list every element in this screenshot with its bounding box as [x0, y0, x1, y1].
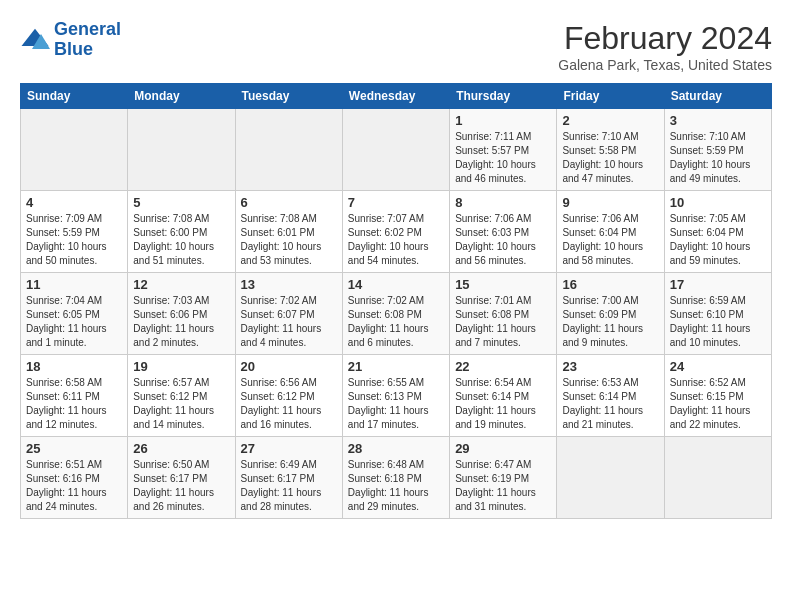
day-number: 28: [348, 441, 444, 456]
weekday-header: Wednesday: [342, 84, 449, 109]
calendar-week: 11Sunrise: 7:04 AM Sunset: 6:05 PM Dayli…: [21, 273, 772, 355]
calendar-day: 17Sunrise: 6:59 AM Sunset: 6:10 PM Dayli…: [664, 273, 771, 355]
calendar-week: 4Sunrise: 7:09 AM Sunset: 5:59 PM Daylig…: [21, 191, 772, 273]
day-info: Sunrise: 7:06 AM Sunset: 6:04 PM Dayligh…: [562, 212, 658, 268]
day-info: Sunrise: 6:57 AM Sunset: 6:12 PM Dayligh…: [133, 376, 229, 432]
calendar-day: 13Sunrise: 7:02 AM Sunset: 6:07 PM Dayli…: [235, 273, 342, 355]
day-number: 9: [562, 195, 658, 210]
day-number: 10: [670, 195, 766, 210]
day-number: 22: [455, 359, 551, 374]
day-info: Sunrise: 7:10 AM Sunset: 5:58 PM Dayligh…: [562, 130, 658, 186]
calendar-day: 21Sunrise: 6:55 AM Sunset: 6:13 PM Dayli…: [342, 355, 449, 437]
calendar-day: 29Sunrise: 6:47 AM Sunset: 6:19 PM Dayli…: [450, 437, 557, 519]
logo-blue: Blue: [54, 40, 121, 60]
weekday-header: Tuesday: [235, 84, 342, 109]
day-info: Sunrise: 6:51 AM Sunset: 6:16 PM Dayligh…: [26, 458, 122, 514]
calendar-day: 5Sunrise: 7:08 AM Sunset: 6:00 PM Daylig…: [128, 191, 235, 273]
calendar-week: 25Sunrise: 6:51 AM Sunset: 6:16 PM Dayli…: [21, 437, 772, 519]
calendar-table: SundayMondayTuesdayWednesdayThursdayFrid…: [20, 83, 772, 519]
calendar-day: 22Sunrise: 6:54 AM Sunset: 6:14 PM Dayli…: [450, 355, 557, 437]
calendar-day: 12Sunrise: 7:03 AM Sunset: 6:06 PM Dayli…: [128, 273, 235, 355]
day-info: Sunrise: 6:54 AM Sunset: 6:14 PM Dayligh…: [455, 376, 551, 432]
day-info: Sunrise: 7:11 AM Sunset: 5:57 PM Dayligh…: [455, 130, 551, 186]
calendar-day: 24Sunrise: 6:52 AM Sunset: 6:15 PM Dayli…: [664, 355, 771, 437]
day-info: Sunrise: 6:55 AM Sunset: 6:13 PM Dayligh…: [348, 376, 444, 432]
day-number: 6: [241, 195, 337, 210]
day-number: 21: [348, 359, 444, 374]
calendar-header: SundayMondayTuesdayWednesdayThursdayFrid…: [21, 84, 772, 109]
calendar-day: 15Sunrise: 7:01 AM Sunset: 6:08 PM Dayli…: [450, 273, 557, 355]
day-info: Sunrise: 7:07 AM Sunset: 6:02 PM Dayligh…: [348, 212, 444, 268]
logo-icon: [20, 25, 50, 55]
day-info: Sunrise: 7:01 AM Sunset: 6:08 PM Dayligh…: [455, 294, 551, 350]
calendar-day: 4Sunrise: 7:09 AM Sunset: 5:59 PM Daylig…: [21, 191, 128, 273]
calendar-day: 20Sunrise: 6:56 AM Sunset: 6:12 PM Dayli…: [235, 355, 342, 437]
day-info: Sunrise: 7:06 AM Sunset: 6:03 PM Dayligh…: [455, 212, 551, 268]
weekday-header: Saturday: [664, 84, 771, 109]
day-number: 7: [348, 195, 444, 210]
calendar-day: 23Sunrise: 6:53 AM Sunset: 6:14 PM Dayli…: [557, 355, 664, 437]
calendar-day: 19Sunrise: 6:57 AM Sunset: 6:12 PM Dayli…: [128, 355, 235, 437]
day-info: Sunrise: 6:59 AM Sunset: 6:10 PM Dayligh…: [670, 294, 766, 350]
calendar-day: [342, 109, 449, 191]
day-info: Sunrise: 6:56 AM Sunset: 6:12 PM Dayligh…: [241, 376, 337, 432]
calendar-day: 10Sunrise: 7:05 AM Sunset: 6:04 PM Dayli…: [664, 191, 771, 273]
day-info: Sunrise: 7:09 AM Sunset: 5:59 PM Dayligh…: [26, 212, 122, 268]
day-number: 11: [26, 277, 122, 292]
calendar-day: 9Sunrise: 7:06 AM Sunset: 6:04 PM Daylig…: [557, 191, 664, 273]
calendar-day: 28Sunrise: 6:48 AM Sunset: 6:18 PM Dayli…: [342, 437, 449, 519]
day-info: Sunrise: 6:53 AM Sunset: 6:14 PM Dayligh…: [562, 376, 658, 432]
day-info: Sunrise: 6:49 AM Sunset: 6:17 PM Dayligh…: [241, 458, 337, 514]
weekday-header: Sunday: [21, 84, 128, 109]
day-info: Sunrise: 7:10 AM Sunset: 5:59 PM Dayligh…: [670, 130, 766, 186]
logo: General Blue: [20, 20, 121, 60]
day-info: Sunrise: 6:47 AM Sunset: 6:19 PM Dayligh…: [455, 458, 551, 514]
calendar-day: [128, 109, 235, 191]
day-number: 16: [562, 277, 658, 292]
title-section: February 2024 Galena Park, Texas, United…: [558, 20, 772, 73]
day-info: Sunrise: 7:02 AM Sunset: 6:08 PM Dayligh…: [348, 294, 444, 350]
day-number: 17: [670, 277, 766, 292]
day-number: 13: [241, 277, 337, 292]
day-info: Sunrise: 7:04 AM Sunset: 6:05 PM Dayligh…: [26, 294, 122, 350]
day-info: Sunrise: 7:05 AM Sunset: 6:04 PM Dayligh…: [670, 212, 766, 268]
day-info: Sunrise: 7:03 AM Sunset: 6:06 PM Dayligh…: [133, 294, 229, 350]
day-info: Sunrise: 6:58 AM Sunset: 6:11 PM Dayligh…: [26, 376, 122, 432]
day-info: Sunrise: 7:02 AM Sunset: 6:07 PM Dayligh…: [241, 294, 337, 350]
day-number: 14: [348, 277, 444, 292]
day-number: 18: [26, 359, 122, 374]
day-info: Sunrise: 7:08 AM Sunset: 6:01 PM Dayligh…: [241, 212, 337, 268]
calendar-day: 27Sunrise: 6:49 AM Sunset: 6:17 PM Dayli…: [235, 437, 342, 519]
calendar-day: [557, 437, 664, 519]
day-number: 19: [133, 359, 229, 374]
logo-general: General: [54, 20, 121, 40]
day-number: 26: [133, 441, 229, 456]
day-number: 23: [562, 359, 658, 374]
calendar-day: 16Sunrise: 7:00 AM Sunset: 6:09 PM Dayli…: [557, 273, 664, 355]
day-info: Sunrise: 7:08 AM Sunset: 6:00 PM Dayligh…: [133, 212, 229, 268]
weekday-header: Friday: [557, 84, 664, 109]
page-title: February 2024: [558, 20, 772, 57]
calendar-day: 11Sunrise: 7:04 AM Sunset: 6:05 PM Dayli…: [21, 273, 128, 355]
day-number: 4: [26, 195, 122, 210]
calendar-day: 25Sunrise: 6:51 AM Sunset: 6:16 PM Dayli…: [21, 437, 128, 519]
calendar-day: 1Sunrise: 7:11 AM Sunset: 5:57 PM Daylig…: [450, 109, 557, 191]
day-info: Sunrise: 6:50 AM Sunset: 6:17 PM Dayligh…: [133, 458, 229, 514]
calendar-day: [664, 437, 771, 519]
day-number: 8: [455, 195, 551, 210]
day-info: Sunrise: 7:00 AM Sunset: 6:09 PM Dayligh…: [562, 294, 658, 350]
calendar-week: 1Sunrise: 7:11 AM Sunset: 5:57 PM Daylig…: [21, 109, 772, 191]
calendar-day: 26Sunrise: 6:50 AM Sunset: 6:17 PM Dayli…: [128, 437, 235, 519]
day-info: Sunrise: 6:52 AM Sunset: 6:15 PM Dayligh…: [670, 376, 766, 432]
calendar-body: 1Sunrise: 7:11 AM Sunset: 5:57 PM Daylig…: [21, 109, 772, 519]
header: General Blue February 2024 Galena Park, …: [20, 20, 772, 73]
calendar-day: [21, 109, 128, 191]
calendar-week: 18Sunrise: 6:58 AM Sunset: 6:11 PM Dayli…: [21, 355, 772, 437]
day-number: 24: [670, 359, 766, 374]
day-number: 12: [133, 277, 229, 292]
day-number: 15: [455, 277, 551, 292]
calendar-day: 6Sunrise: 7:08 AM Sunset: 6:01 PM Daylig…: [235, 191, 342, 273]
page-subtitle: Galena Park, Texas, United States: [558, 57, 772, 73]
day-number: 3: [670, 113, 766, 128]
day-info: Sunrise: 6:48 AM Sunset: 6:18 PM Dayligh…: [348, 458, 444, 514]
